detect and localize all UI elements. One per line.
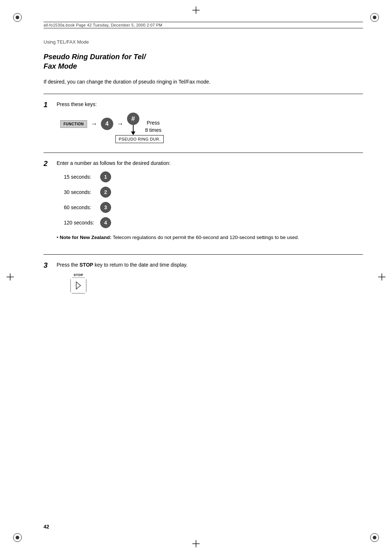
duration-row-30: 30 seconds: 2	[64, 187, 363, 198]
step-3: 3 Press the STOP key to return to the da…	[44, 261, 363, 293]
page-title: Pseudo Ring Duration for Tel/Fax Mode	[44, 52, 363, 71]
key-1: 1	[100, 171, 111, 182]
step-3-number: 3	[44, 261, 52, 293]
step-2-content: Enter a number as follows for the desire…	[57, 159, 363, 247]
hash-key: #	[127, 113, 139, 125]
stop-key-icon	[70, 278, 86, 293]
divider-1	[44, 94, 363, 94]
duration-row-15: 15 seconds: 1	[64, 171, 363, 182]
pseudo-ring-box: PSEUDO RING DUR.	[115, 135, 164, 143]
stop-icon-svg	[73, 280, 83, 291]
key-row: FUNCTION → 4 → # Press 8 times	[60, 113, 363, 135]
down-arrow-line	[133, 125, 134, 131]
step-2-text: Enter a number as follows for the desire…	[57, 159, 363, 167]
step-1: 1 Press these keys: FUNCTION → 4 → #	[44, 101, 363, 145]
arrow-1: →	[91, 120, 97, 128]
duration-60-label: 60 seconds:	[64, 204, 97, 210]
divider-3	[44, 254, 363, 255]
press-8-times-label: Press 8 times	[145, 119, 162, 134]
pseudo-row: PSEUDO RING DUR.	[115, 135, 363, 143]
function-key: FUNCTION	[60, 120, 87, 128]
step-1-content: Press these keys: FUNCTION → 4 → #	[57, 101, 363, 145]
step-2: 2 Enter a number as follows for the desi…	[44, 159, 363, 247]
step-3-after: key to return to the date and time displ…	[93, 262, 188, 268]
page-number: 42	[44, 524, 49, 530]
intro-text: If desired, you can change the duration …	[44, 78, 363, 86]
key-2: 2	[100, 187, 111, 198]
duration-15-label: 15 seconds:	[64, 174, 97, 180]
stop-key-diagram: STOP	[68, 273, 89, 293]
key-4-duration: 4	[100, 217, 111, 228]
hash-key-section: #	[127, 113, 139, 135]
header-meta: all-fo1530a.book Page 42 Tuesday, Decemb…	[44, 22, 363, 28]
duration-30-label: 30 seconds:	[64, 189, 97, 195]
note-body: Telecom regulations do not permit the 60…	[111, 235, 299, 240]
step-2-number: 2	[44, 159, 52, 247]
stop-word: STOP	[79, 262, 93, 268]
page: all-fo1530a.book Page 42 Tuesday, Decemb…	[0, 0, 392, 555]
svg-marker-8	[76, 282, 81, 289]
duration-row-60: 60 seconds: 3	[64, 202, 363, 213]
section-heading: Using TEL/FAX Mode	[44, 39, 363, 45]
key-4: 4	[101, 118, 113, 130]
duration-row-120: 120 seconds: 4	[64, 217, 363, 228]
down-arrow-head	[131, 131, 135, 135]
step-3-content: Press the STOP key to return to the date…	[57, 261, 363, 293]
divider-2	[44, 153, 363, 153]
note-bold: Note for New Zealand:	[60, 235, 111, 240]
key-diagram: FUNCTION → 4 → # Press 8 times	[60, 113, 363, 143]
step-3-before: Press the	[57, 262, 79, 268]
duration-list: 15 seconds: 1 30 seconds: 2 60 seconds: …	[64, 171, 363, 228]
note-text: • Note for New Zealand: Telecom regulati…	[57, 234, 363, 241]
stop-key-label: STOP	[74, 273, 83, 277]
step-3-text: Press the STOP key to return to the date…	[57, 261, 363, 269]
arrow-2: →	[117, 120, 123, 128]
step-1-text: Press these keys:	[57, 101, 363, 108]
key-3: 3	[100, 202, 111, 213]
step-1-number: 1	[44, 101, 52, 145]
duration-120-label: 120 seconds:	[64, 220, 97, 226]
